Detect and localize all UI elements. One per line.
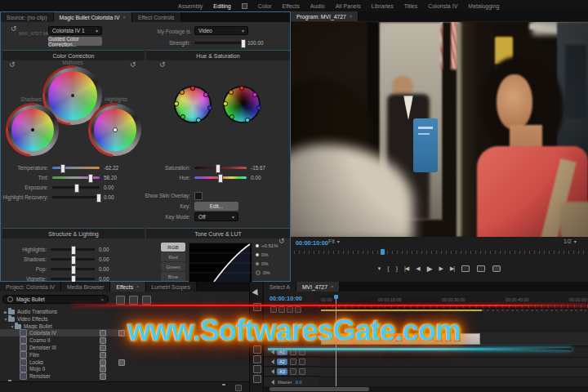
slider-handle[interactable] (74, 184, 79, 193)
key-mode-dropdown[interactable]: Off▾ (194, 212, 238, 221)
slider-handle[interactable] (71, 265, 76, 274)
cc-reset-icon[interactable]: ↺ (9, 61, 16, 69)
hs-reset-icon[interactable]: ↺ (159, 61, 166, 69)
guided-color-correction-button[interactable]: Guided Color Correction... (48, 37, 102, 46)
close-icon[interactable]: × (350, 14, 353, 19)
cc-reset-icon-2[interactable]: ↺ (130, 61, 136, 69)
tint-slider[interactable] (52, 176, 100, 179)
extract-icon[interactable] (477, 265, 485, 272)
snap-icon[interactable] (270, 306, 277, 313)
tab-colorista[interactable]: Magic Bullet Colorista IV× (54, 12, 133, 22)
close-icon[interactable]: × (136, 284, 140, 289)
go-to-out-icon[interactable]: ▶| (450, 265, 454, 273)
tab-effects[interactable]: Effects× (110, 282, 145, 292)
tab-effect-controls[interactable]: Effect Controls (132, 12, 180, 22)
slider-handle[interactable] (216, 164, 220, 173)
mark-in-icon[interactable]: { (387, 265, 388, 273)
track-a2-lane[interactable] (319, 358, 588, 368)
tree-row-film[interactable]: Film (0, 351, 249, 359)
slider-handle[interactable] (96, 194, 101, 203)
saturation-slider[interactable] (194, 167, 247, 169)
curve-channel-red[interactable]: Red (161, 252, 185, 261)
program-timecode[interactable]: 00:00:10:00 (296, 239, 328, 247)
delete-icon[interactable] (235, 385, 242, 391)
preset-dropdown[interactable]: Colorista IV 1▾ (48, 26, 102, 35)
slider-handle[interactable] (241, 39, 246, 48)
shadows-wheel[interactable] (7, 104, 59, 156)
mark-out-icon[interactable]: } (396, 265, 397, 273)
sl-highlights-slider[interactable] (51, 248, 95, 251)
track-label[interactable]: A2 (277, 359, 287, 365)
horizontal-scrollbar[interactable] (270, 387, 369, 391)
voiceover-record-icon[interactable] (299, 359, 305, 365)
timeline-ruler[interactable]: 00:00 00:00:15:00 00:00:30:00 00:00:45:0… (319, 295, 588, 309)
go-to-in-icon[interactable]: |◀ (404, 265, 408, 273)
mute-track-icon[interactable] (269, 380, 274, 385)
voiceover-record-icon[interactable] (299, 368, 305, 375)
program-scrubber[interactable] (294, 251, 585, 254)
skin-overlay-checkbox[interactable] (194, 192, 203, 200)
curve-channel-rgb[interactable]: RGB (161, 243, 185, 252)
workspace-tab-color[interactable]: Color (258, 3, 272, 9)
tab-source[interactable]: Source: (no clip) (1, 12, 54, 22)
sl-vignette-slider[interactable] (51, 278, 95, 280)
tree-row-mojo[interactable]: Mojo II (0, 365, 249, 372)
track-header-a2[interactable]: A2 (264, 358, 319, 367)
hue-sat-wheel-secondary[interactable] (223, 86, 261, 123)
slider-handle[interactable] (71, 256, 76, 265)
wheel-center-dot[interactable] (31, 128, 34, 131)
tab-project[interactable]: Project: Colorista IV (0, 282, 61, 292)
tab-program[interactable]: Program: MVI_4727× (291, 11, 359, 21)
sl-shadows-slider[interactable] (51, 258, 95, 261)
step-forward-icon[interactable]: ▶ (439, 265, 443, 273)
slider-handle[interactable] (71, 246, 76, 255)
wheel-center-dot[interactable] (113, 127, 118, 132)
program-video-frame[interactable] (291, 22, 588, 237)
hue-sat-wheel-primary[interactable] (174, 86, 212, 123)
step-back-icon[interactable]: ◀ (416, 265, 419, 273)
mute-track-icon[interactable] (269, 369, 274, 374)
hue-dot-cyan[interactable] (245, 118, 250, 122)
close-icon[interactable]: × (331, 284, 334, 289)
clear-search-icon[interactable]: × (100, 297, 104, 302)
strength-slider[interactable] (194, 42, 243, 44)
hue-dot-yellow[interactable] (223, 101, 228, 106)
hue-dot-magenta[interactable] (252, 92, 257, 97)
curve-channel-blue[interactable]: Blue (161, 272, 185, 281)
panel-reset-icon[interactable]: ↺ (11, 25, 17, 33)
hue-dot-blue[interactable] (207, 105, 212, 110)
tree-row-renoiser[interactable]: Renoiser (0, 372, 249, 380)
tab-media-browser[interactable]: Media Browser (61, 282, 110, 292)
master-level-value[interactable]: 0.0 (296, 380, 302, 385)
filter-32bit-icon[interactable] (129, 296, 138, 305)
workspace-tab-editing[interactable]: Editing (213, 3, 230, 9)
add-marker-icon[interactable]: ▾ (378, 265, 381, 273)
workspace-tab-metalogging[interactable]: Metalogging (468, 3, 499, 9)
hue-dot-cyan[interactable] (196, 118, 201, 122)
sl-pop-slider[interactable] (51, 268, 95, 270)
razor-tool-icon[interactable] (253, 355, 261, 363)
workspace-tab-colorista[interactable]: Colorista IV (428, 3, 457, 9)
workspace-tab-titles[interactable]: Titles (404, 3, 417, 9)
hue-dot-green[interactable] (229, 114, 234, 119)
filter-accelerated-icon[interactable] (116, 296, 125, 305)
hue-dot-orange[interactable] (229, 90, 234, 95)
workspace-tab-audio[interactable]: Audio (310, 3, 325, 9)
playback-resolution-dropdown[interactable]: 1/2▾ (564, 238, 577, 244)
hue-slider[interactable] (194, 176, 247, 179)
hue-dot-magenta[interactable] (203, 92, 208, 97)
solo-track-icon[interactable] (290, 368, 296, 375)
solo-track-icon[interactable] (290, 359, 296, 365)
slider-handle[interactable] (88, 174, 93, 183)
workspace-tab-libraries[interactable]: Libraries (372, 3, 394, 9)
workspace-tab-assembly[interactable]: Assembly (178, 3, 203, 9)
hue-dot-red[interactable] (190, 86, 195, 91)
tab-sequence-mvi4727[interactable]: MVI_4727× (296, 282, 341, 292)
curve-channel-green[interactable]: Green (161, 262, 185, 271)
track-header-a3[interactable]: A3 (264, 368, 319, 376)
track-a3-lane[interactable] (319, 368, 588, 377)
pen-tool-icon[interactable] (253, 365, 261, 373)
workspace-tab-all-panels[interactable]: All Panels (336, 3, 361, 9)
track-label[interactable]: A3 (277, 368, 287, 375)
timeline-playhead-grip[interactable] (334, 295, 338, 299)
